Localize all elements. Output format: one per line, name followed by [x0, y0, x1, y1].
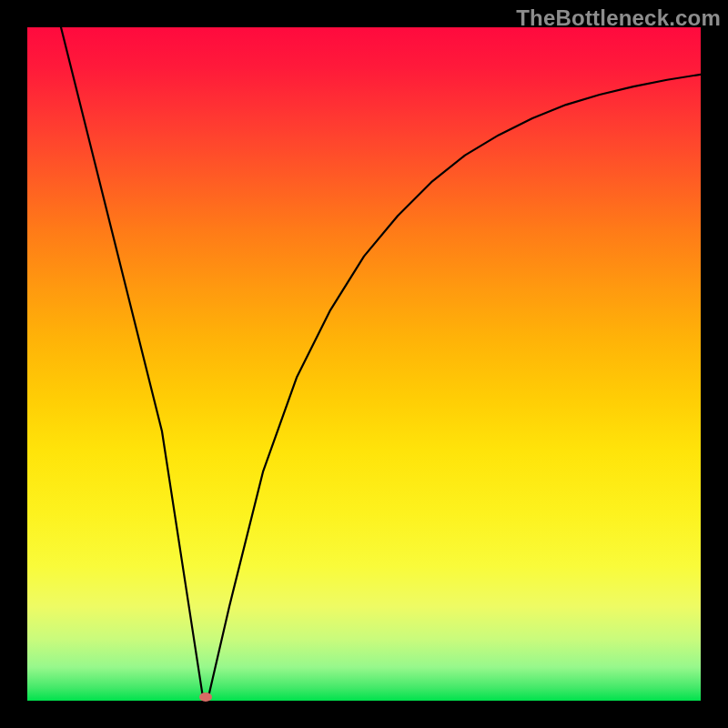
plot-area [27, 27, 701, 701]
curve-path [61, 27, 701, 694]
curve-svg [27, 27, 701, 701]
watermark-text: TheBottleneck.com [516, 5, 721, 31]
chart-frame: TheBottleneck.com [0, 0, 728, 728]
minimum-marker [199, 693, 212, 702]
